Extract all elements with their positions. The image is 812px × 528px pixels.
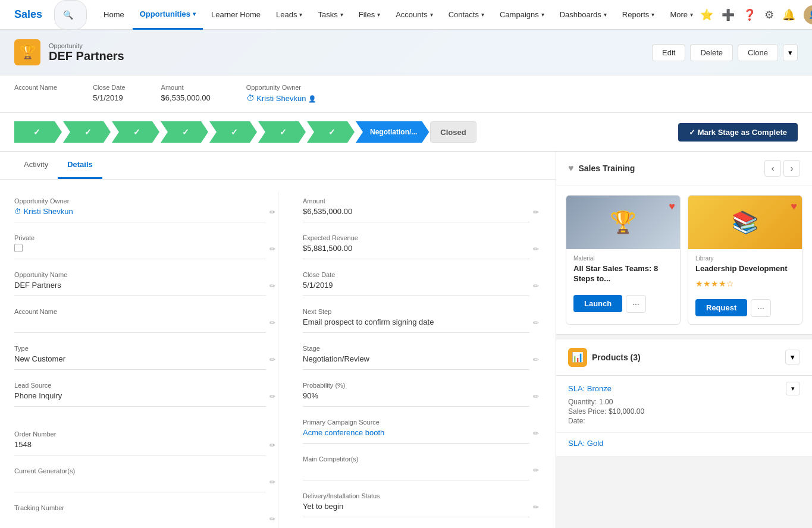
training-card-2-stars: ★★★★☆ bbox=[695, 279, 795, 288]
opportunity-icon: 🏆 bbox=[14, 39, 40, 65]
tab-activity[interactable]: Activity bbox=[14, 152, 58, 179]
field-account-name-value bbox=[14, 318, 266, 333]
header-band-inner: 🏆 Opportunity DEF Partners Edit Delete C… bbox=[0, 30, 812, 75]
stage-check-4: ✓ bbox=[182, 127, 189, 137]
training-card-2-actions: Request ··· bbox=[688, 299, 802, 324]
nav-reports[interactable]: Reports▾ bbox=[615, 0, 662, 30]
field-close-date-edit[interactable]: ✏ bbox=[533, 282, 539, 290]
request-button[interactable]: Request bbox=[695, 299, 747, 316]
field-stage-edit[interactable]: ✏ bbox=[533, 356, 539, 364]
stage-check-2: ✓ bbox=[84, 127, 92, 137]
field-tracking-number-value bbox=[14, 514, 266, 528]
nav-campaigns[interactable]: Campaigns▾ bbox=[493, 0, 551, 30]
field-next-step: Next Step Email prospect to confirm sign… bbox=[290, 302, 541, 339]
nav-home[interactable]: Home bbox=[96, 0, 131, 30]
field-next-step-value: Email prospect to confirm signing date bbox=[303, 318, 529, 333]
field-private-value bbox=[14, 244, 266, 259]
field-opp-name-label: Opportunity Name bbox=[14, 271, 266, 278]
stage-check-5: ✓ bbox=[231, 127, 238, 137]
field-main-competitor-edit[interactable]: ✏ bbox=[533, 466, 539, 474]
more-actions-button[interactable]: ▾ bbox=[783, 44, 798, 61]
field-type-edit[interactable]: ✏ bbox=[269, 356, 275, 364]
nav-tasks[interactable]: Tasks▾ bbox=[311, 0, 350, 30]
launch-button[interactable]: Launch bbox=[573, 295, 622, 312]
favorites-icon[interactable]: ⭐ bbox=[700, 8, 713, 21]
field-delivery-status-edit[interactable]: ✏ bbox=[533, 503, 539, 511]
panel-next-button[interactable]: › bbox=[783, 160, 800, 177]
right-panel: ♥ Sales Training ‹ › 🏆 ♥ Material bbox=[556, 152, 812, 528]
stage-item-3[interactable]: ✓ bbox=[112, 121, 159, 143]
field-expected-revenue-edit[interactable]: ✏ bbox=[533, 245, 539, 253]
training-card-1-more[interactable]: ··· bbox=[626, 295, 646, 313]
nav-learner-home[interactable]: Learner Home bbox=[204, 0, 268, 30]
field-primary-campaign-edit[interactable]: ✏ bbox=[533, 429, 539, 438]
field-account-name-edit[interactable]: ✏ bbox=[269, 319, 275, 327]
opp-owner-value[interactable]: ⏱ Kristi Shevkun 👤 bbox=[246, 93, 316, 103]
field-probability-edit[interactable]: ✏ bbox=[533, 392, 539, 401]
stage-item-6[interactable]: ✓ bbox=[258, 121, 306, 143]
settings-icon[interactable]: ⚙ bbox=[764, 8, 774, 21]
field-opp-owner-edit[interactable]: ✏ bbox=[269, 208, 275, 216]
header-left: 🏆 Opportunity DEF Partners bbox=[14, 39, 124, 65]
panel-prev-button[interactable]: ‹ bbox=[764, 160, 781, 177]
training-card-2-type: Library bbox=[695, 255, 795, 262]
field-amount-edit[interactable]: ✏ bbox=[533, 208, 539, 216]
add-icon[interactable]: ➕ bbox=[722, 8, 735, 21]
tab-details[interactable]: Details bbox=[58, 152, 102, 179]
edit-button[interactable]: Edit bbox=[652, 44, 685, 61]
field-lead-source-edit[interactable]: ✏ bbox=[269, 392, 275, 401]
panel-header-left: ♥ Sales Training bbox=[568, 163, 635, 174]
sales-training-panel: ♥ Sales Training ‹ › 🏆 ♥ Material bbox=[556, 152, 812, 335]
stage-item-2[interactable]: ✓ bbox=[63, 121, 111, 143]
training-card-2-title: Leadership Development bbox=[695, 264, 795, 274]
header-text: Opportunity DEF Partners bbox=[49, 42, 124, 63]
product-bronze-name[interactable]: SLA: Bronze ▾ bbox=[568, 382, 800, 395]
field-tracking-number-edit[interactable]: ✏ bbox=[269, 515, 275, 523]
field-amount-value: $6,535,000.00 bbox=[303, 207, 529, 222]
training-card-2-body: Library Leadership Development ★★★★☆ bbox=[688, 249, 802, 299]
field-opp-owner-value[interactable]: ⏱ Kristi Shevkun bbox=[14, 207, 266, 222]
stage-item-5[interactable]: ✓ bbox=[209, 121, 257, 143]
stage-item-4[interactable]: ✓ bbox=[161, 121, 208, 143]
field-order-number-label: Order Number bbox=[14, 430, 266, 438]
nav-opportunities[interactable]: Opportunities▾ bbox=[133, 0, 203, 30]
field-expected-revenue-label: Expected Revenue bbox=[303, 234, 529, 241]
training-card-1-heart[interactable]: ♥ bbox=[669, 200, 675, 213]
nav-dashboards[interactable]: Dashboards▾ bbox=[553, 0, 614, 30]
stage-item-closed[interactable]: Closed bbox=[430, 121, 476, 143]
field-primary-campaign-value[interactable]: Acme conference booth bbox=[303, 428, 529, 444]
field-opp-name-edit[interactable]: ✏ bbox=[269, 282, 275, 290]
nav-accounts[interactable]: Accounts▾ bbox=[388, 0, 440, 30]
training-card-2-more[interactable]: ··· bbox=[751, 299, 771, 317]
field-current-generator-label: Current Generator(s) bbox=[14, 467, 266, 474]
field-current-generator-value bbox=[14, 477, 266, 492]
product-bronze-dropdown[interactable]: ▾ bbox=[786, 382, 800, 395]
help-icon[interactable]: ❓ bbox=[743, 8, 756, 21]
field-next-step-edit[interactable]: ✏ bbox=[533, 319, 539, 327]
training-card-2-heart[interactable]: ♥ bbox=[791, 200, 797, 213]
private-checkbox[interactable] bbox=[14, 244, 23, 252]
field-private-edit[interactable]: ✏ bbox=[269, 245, 275, 253]
bell-icon[interactable]: 🔔 bbox=[782, 8, 795, 21]
stage-item-1[interactable]: ✓ bbox=[14, 121, 62, 143]
field-main-competitor: Main Competitor(s) ✏ bbox=[290, 450, 541, 486]
field-order-number-edit[interactable]: ✏ bbox=[269, 441, 275, 450]
nav-contacts[interactable]: Contacts▾ bbox=[441, 0, 491, 30]
training-card-1: 🏆 ♥ Material All Star Sales Teams: 8 Ste… bbox=[566, 195, 681, 325]
delete-button[interactable]: Delete bbox=[690, 44, 733, 61]
field-next-step-label: Next Step bbox=[303, 308, 529, 315]
stage-item-7[interactable]: ✓ bbox=[307, 121, 355, 143]
clone-button[interactable]: Clone bbox=[738, 44, 778, 61]
field-type-value: New Customer bbox=[14, 354, 266, 370]
field-current-generator-edit[interactable]: ✏ bbox=[269, 478, 275, 486]
field-main-competitor-label: Main Competitor(s) bbox=[303, 455, 529, 463]
products-dropdown-button[interactable]: ▾ bbox=[785, 350, 800, 364]
avatar[interactable]: 👤 bbox=[804, 5, 812, 24]
stage-item-negotiation[interactable]: Negotiation/... bbox=[356, 121, 429, 143]
mark-stage-complete-button[interactable]: ✓ Mark Stage as Complete bbox=[678, 123, 798, 142]
field-account-name-label: Account Name bbox=[14, 308, 266, 315]
nav-more[interactable]: More▾ bbox=[663, 0, 700, 30]
product-gold-name[interactable]: SLA: Gold bbox=[568, 439, 800, 448]
nav-files[interactable]: Files▾ bbox=[352, 0, 387, 30]
nav-leads[interactable]: Leads▾ bbox=[269, 0, 309, 30]
